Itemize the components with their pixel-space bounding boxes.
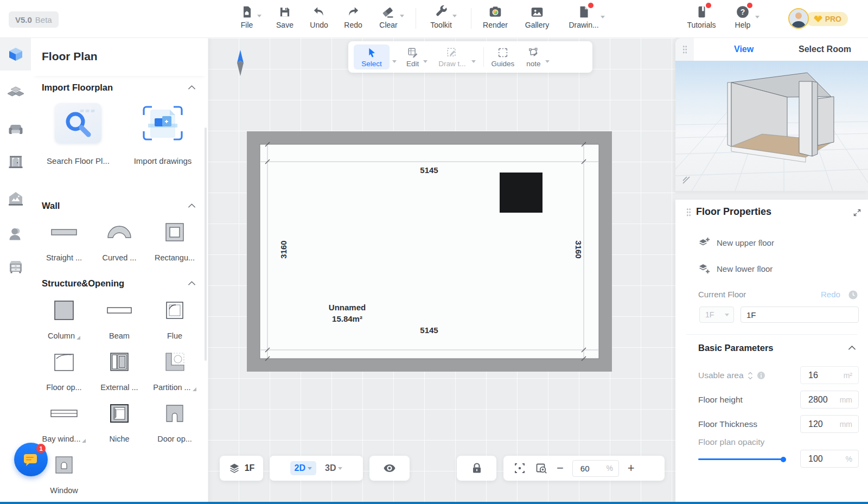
zoom-area-icon[interactable] (535, 462, 548, 475)
structure-item-door-opening[interactable]: Door op... (147, 396, 202, 448)
structure-item-beam[interactable]: Beam (92, 293, 147, 344)
wall-item-rectangular[interactable]: Rectangu... (147, 215, 202, 266)
file-button[interactable]: File (229, 5, 265, 29)
draw-caret-icon[interactable] (471, 60, 476, 63)
import-floorplan-section-header[interactable]: Import Floorplan (42, 81, 196, 93)
opacity-slider-handle[interactable] (781, 457, 786, 462)
avatar-image (789, 9, 808, 28)
lock-button[interactable] (457, 456, 496, 481)
fit-view-icon[interactable] (513, 462, 526, 475)
rail-item-account[interactable] (0, 218, 31, 251)
eye-icon (383, 462, 396, 475)
clear-button[interactable]: Clear (371, 5, 406, 29)
drag-handle[interactable] (675, 38, 694, 61)
expand-panel-icon[interactable] (853, 208, 861, 217)
floor-height-input[interactable]: 2800 mm (800, 391, 859, 409)
structure-item-niche[interactable]: Niche (92, 396, 147, 448)
structure-item-external-window[interactable]: External ... (92, 344, 147, 396)
tutorials-button[interactable]: Tutorials (684, 5, 719, 29)
opacity-input[interactable]: 100 % (800, 450, 859, 468)
tab-select-room[interactable]: Select Room (799, 44, 851, 54)
select-tool-button[interactable]: Select (354, 44, 390, 69)
edit-tool-button[interactable]: Edit (406, 47, 419, 68)
external-window-label: External ... (92, 383, 147, 392)
render-button[interactable]: Render (477, 5, 513, 29)
undo-button[interactable]: Undo (301, 5, 337, 29)
user-avatar[interactable] (788, 8, 809, 29)
rail-item-furniture[interactable] (0, 113, 31, 145)
drawing-caret-icon (601, 16, 605, 18)
visibility-button[interactable] (369, 456, 410, 481)
new-lower-floor-button[interactable]: New lower floor (698, 261, 773, 276)
redo-button[interactable]: Redo (335, 5, 371, 29)
toolkit-button[interactable]: Toolkit (423, 5, 459, 29)
mode-2d-button[interactable]: 2D (290, 461, 316, 475)
wall-item-curved[interactable]: Curved ... (92, 215, 147, 266)
3d-preview[interactable] (675, 61, 868, 191)
rail-item-custom-furniture[interactable] (0, 251, 31, 283)
help-notification-dot (747, 3, 752, 8)
zoom-in-button[interactable]: + (628, 462, 635, 474)
zoom-level-input[interactable]: 60 % (572, 460, 619, 477)
drawing-canvas[interactable]: Select Edit Draw t... Guides note (208, 38, 675, 504)
import-drawings-button[interactable]: Import drawings (122, 103, 203, 165)
opacity-slider[interactable] (698, 458, 784, 460)
panel-scrollbar[interactable] (205, 127, 207, 361)
room-name-label[interactable]: Unnamed (329, 303, 366, 312)
structure-section-header[interactable]: Structure&Opening (42, 277, 196, 289)
floor-select-dropdown[interactable]: 1F (699, 307, 734, 323)
floor-name-input[interactable] (741, 307, 859, 323)
drawing-button[interactable]: Drawin... (566, 5, 602, 29)
zoom-out-button[interactable]: − (557, 462, 564, 474)
history-clock-icon[interactable] (848, 290, 858, 300)
rail-item-floorplan[interactable] (0, 38, 31, 71)
rail-item-doors-windows[interactable] (0, 145, 31, 178)
usable-area-input[interactable]: 16 m² (800, 366, 859, 384)
structure-item-floor-opening[interactable]: Floor op... (36, 344, 92, 396)
import-drawings-icon (139, 103, 186, 143)
resize-handle-icon[interactable] (682, 176, 691, 184)
edit-caret-icon[interactable] (423, 60, 427, 63)
info-icon[interactable] (757, 371, 765, 380)
chat-support-button[interactable]: 1 (14, 443, 48, 476)
tab-view[interactable]: View (734, 44, 754, 54)
guides-tool-button[interactable]: Guides (492, 47, 515, 68)
structure-item-bay-window[interactable]: Bay wind... (36, 396, 92, 448)
search-floorplan-button[interactable]: Search Floor Pl... (37, 103, 119, 165)
floor-properties-title: Floor Properties (696, 206, 771, 218)
rail-item-decorate[interactable] (0, 182, 31, 215)
note-caret-icon[interactable] (545, 60, 550, 63)
pro-badge[interactable]: PRO (806, 12, 848, 26)
structure-item-flue[interactable]: Flue (147, 293, 202, 344)
toolbar-divider (471, 8, 471, 29)
sort-arrows-icon[interactable] (748, 372, 753, 380)
wall-section-header[interactable]: Wall (42, 200, 196, 212)
floor-height-value: 2800 (808, 395, 828, 405)
structure-item-column[interactable]: Column (36, 293, 92, 344)
flue-icon (147, 296, 202, 324)
armchair-icon (8, 121, 24, 137)
help-button[interactable]: ? Help (725, 5, 761, 29)
redo-history-link[interactable]: Redo (821, 290, 840, 299)
column-object[interactable] (500, 173, 542, 213)
gallery-button[interactable]: Gallery (519, 5, 555, 29)
rail-item-flooring[interactable] (0, 77, 31, 110)
floor-thickness-input[interactable]: 120 mm (800, 415, 859, 433)
select-tool-label: Select (361, 60, 382, 68)
wall-item-straight[interactable]: Straight ... (36, 215, 92, 266)
save-button[interactable]: Save (267, 5, 303, 29)
help-label: Help (735, 21, 751, 29)
floor-thickness-value: 120 (808, 419, 823, 429)
new-upper-floor-label: New upper floor (717, 238, 774, 247)
floor-plan-drawing[interactable]: 5145 5145 3160 3160 Unnamed 15.84m² (247, 131, 612, 372)
floor-switcher-button[interactable]: 1F (220, 456, 263, 481)
zoom-value: 60 (580, 464, 590, 473)
note-tool-button[interactable]: note (526, 47, 540, 68)
mode-3d-button[interactable]: 3D (325, 463, 342, 473)
new-upper-floor-button[interactable]: New upper floor (698, 235, 774, 250)
drag-dots-icon[interactable] (686, 208, 691, 216)
chevron-up-icon[interactable] (848, 345, 856, 350)
select-caret-icon[interactable] (392, 60, 397, 63)
draw-tool-button[interactable]: Draw t... (438, 47, 465, 68)
structure-item-partition[interactable]: Partition ... (147, 344, 202, 396)
